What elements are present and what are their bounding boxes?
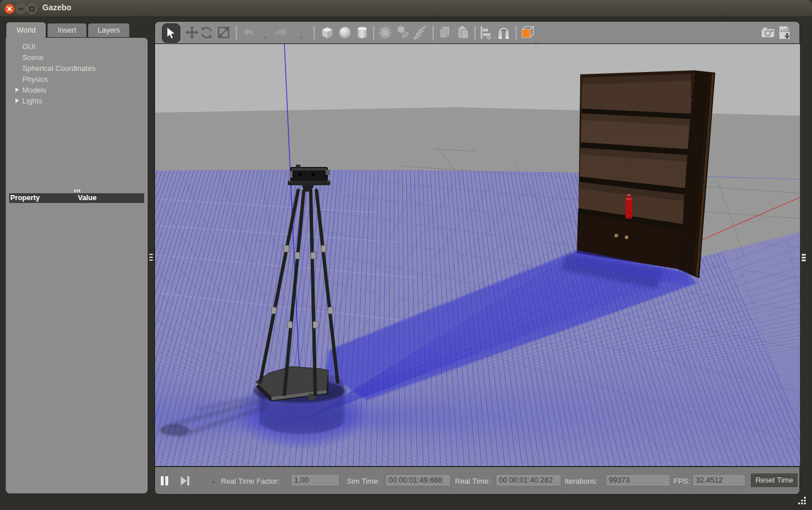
svg-text:LOG: LOG	[781, 28, 790, 33]
